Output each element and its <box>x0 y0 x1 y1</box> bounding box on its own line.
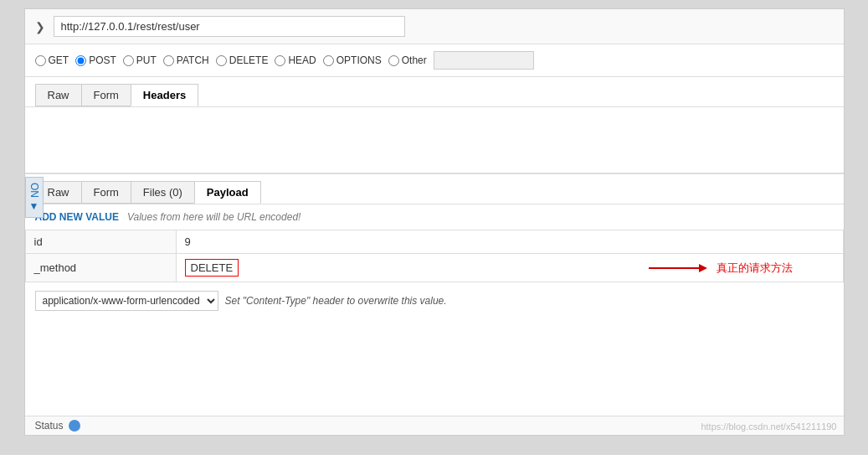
method-head[interactable]: HEAD <box>275 54 316 66</box>
method-other-label: Other <box>402 54 427 66</box>
content-type-row: application/x-www-form-urlencoded Set "C… <box>25 282 844 319</box>
method-other-input[interactable] <box>434 51 534 70</box>
tab-form-lower[interactable]: Form <box>81 181 131 204</box>
field-method-value: DELETE 真正的请求方法 <box>176 254 843 282</box>
method-options[interactable]: OPTIONS <box>323 54 382 66</box>
method-delete[interactable]: DELETE <box>216 54 269 66</box>
add-new-value-row: ADD NEW VALUE Values from here will be U… <box>25 204 844 230</box>
status-spinner-icon <box>69 420 80 432</box>
svg-marker-1 <box>699 264 707 272</box>
tab-payload-lower[interactable]: Payload <box>194 181 261 204</box>
field-id-value: 9 <box>176 230 843 254</box>
table-row: id 9 <box>25 230 843 254</box>
content-type-note: Set "Content-Type" header to overwrite t… <box>225 295 447 307</box>
tab-raw-upper[interactable]: Raw <box>35 84 81 106</box>
left-nav-label[interactable]: ON ▼ <box>25 177 44 218</box>
tab-headers-upper[interactable]: Headers <box>131 84 198 106</box>
status-label: Status <box>35 420 64 432</box>
annotation-arrow: 真正的请求方法 <box>645 260 793 277</box>
lower-section: Raw Form Files (0) Payload ADD NEW VALUE… <box>25 174 844 319</box>
method-get[interactable]: GET <box>35 54 69 66</box>
field-method-name: _method <box>25 254 176 282</box>
field-id-name: id <box>25 230 176 254</box>
upper-content-area <box>25 107 844 174</box>
url-bar-section: ❯ <box>25 9 844 44</box>
tab-files-lower[interactable]: Files (0) <box>131 181 194 204</box>
table-row: _method DELETE 真正的请求方法 <box>25 254 843 282</box>
http-methods-section: GET POST PUT PATCH DELETE HEAD OPTIONS <box>25 44 844 77</box>
add-new-value-link[interactable]: ADD NEW VALUE <box>35 211 119 223</box>
tab-form-upper[interactable]: Form <box>81 84 131 106</box>
watermark: https://blog.csdn.net/x541211190 <box>701 421 836 432</box>
annotation-text: 真正的请求方法 <box>716 261 793 276</box>
delete-value-badge: DELETE <box>185 259 239 277</box>
form-fields-table: id 9 _method DELETE 真正的请 <box>25 230 844 282</box>
method-patch[interactable]: PATCH <box>163 54 209 66</box>
url-input[interactable] <box>54 16 405 37</box>
content-type-select[interactable]: application/x-www-form-urlencoded <box>35 291 218 311</box>
arrow-svg <box>645 260 711 277</box>
method-post[interactable]: POST <box>75 54 116 66</box>
method-other[interactable]: Other <box>388 54 427 66</box>
url-arrow-icon[interactable]: ❯ <box>35 20 45 34</box>
method-put[interactable]: PUT <box>123 54 157 66</box>
upper-tabs-section: Raw Form Headers <box>25 77 844 107</box>
encoded-note: Values from here will be URL encoded! <box>127 211 300 223</box>
lower-tabs-row: Raw Form Files (0) Payload <box>25 174 844 204</box>
